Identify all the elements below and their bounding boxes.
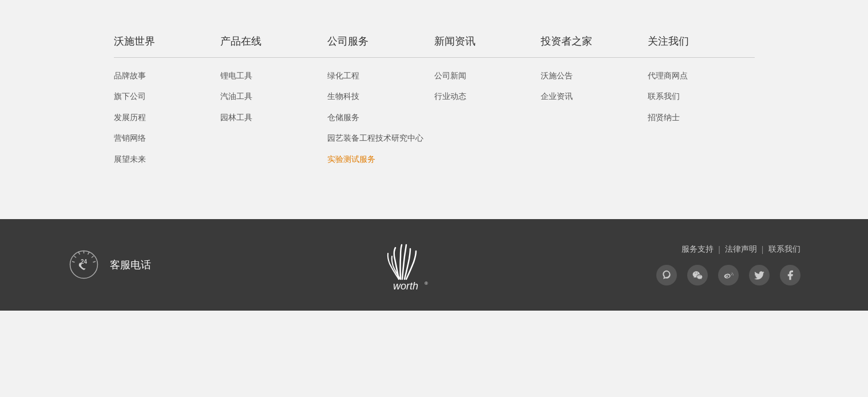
svg-line-2 [88,252,89,255]
list-item: 联系我们 [648,90,755,102]
footer-link[interactable]: 汽油工具 [220,92,252,101]
footer-link[interactable]: 实验测试服务 [327,154,375,164]
footer-link[interactable]: 联系我们 [648,92,680,101]
list-item: 绿化工程 [327,69,434,82]
footer-link[interactable]: 展望未来 [114,154,146,164]
bottom-bar: 24 客服电话 [0,219,868,311]
facebook-icon[interactable] [780,265,800,285]
footer-link[interactable]: 园艺装备工程技术研究中心 [327,133,423,142]
list-item: 生物科技 [327,90,434,102]
footer-col-list-products: 锂电工具汽油工具园林工具 [220,69,327,124]
footer-link[interactable]: 生物科技 [327,92,359,101]
svg-text:worth: worth [393,280,418,292]
list-item: 汽油工具 [220,90,327,102]
footer-link[interactable]: 行业动态 [434,92,466,101]
footer-col-products: 产品在线锂电工具汽油工具园林工具 [220,34,327,173]
list-item: 品牌故事 [114,69,221,82]
bottom-center: worth ® [369,236,438,293]
list-item: 沃施公告 [541,69,648,82]
list-item: 展望未来 [114,153,221,165]
list-item: 仓储服务 [327,111,434,124]
footer-columns: 沃施世界品牌故事旗下公司发展历程营销网络展望未来产品在线锂电工具汽油工具园林工具… [91,34,778,173]
list-item: 公司新闻 [434,69,541,82]
footer-col-news: 新闻资讯公司新闻行业动态 [434,34,541,173]
footer-col-list-world: 品牌故事旗下公司发展历程营销网络展望未来 [114,69,221,165]
list-item: 园林工具 [220,111,327,124]
footer-col-list-investors: 沃施公告企业资讯 [541,69,648,103]
weibo-icon[interactable] [718,265,739,285]
list-item: 园艺装备工程技术研究中心 [327,132,434,144]
footer-link[interactable]: 锂电工具 [220,71,252,80]
list-item: 发展历程 [114,111,221,124]
bottom-links: 服务支持 | 法律声明 | 联系我们 [681,244,800,255]
contact-us-link[interactable]: 联系我们 [768,244,800,255]
footer-link[interactable]: 绿化工程 [327,71,359,80]
list-item: 行业动态 [434,90,541,102]
legal-notice-link[interactable]: 法律声明 [725,244,757,255]
footer-link[interactable]: 企业资讯 [541,92,573,101]
footer-link[interactable]: 发展历程 [114,113,146,122]
separator-2: | [762,245,764,254]
qq-icon[interactable] [656,265,677,285]
twitter-icon[interactable] [749,265,770,285]
list-item: 招贤纳士 [648,111,755,124]
social-icons [656,265,800,285]
list-item: 代理商网点 [648,69,755,82]
footer-col-services: 公司服务绿化工程生物科技仓储服务园艺装备工程技术研究中心实验测试服务 [327,34,434,173]
svg-line-3 [92,256,94,258]
footer-col-world: 沃施世界品牌故事旗下公司发展历程营销网络展望未来 [114,34,221,173]
footer-link[interactable]: 营销网络 [114,133,146,142]
footer-col-list-services: 绿化工程生物科技仓储服务园艺装备工程技术研究中心实验测试服务 [327,69,434,165]
worth-logo: worth ® [369,236,438,293]
svg-text:®: ® [425,281,428,286]
footer-link[interactable]: 旗下公司 [114,92,146,101]
footer-link[interactable]: 沃施公告 [541,71,573,80]
svg-text:24: 24 [80,259,87,265]
customer-service-label: 客服电话 [110,258,151,272]
footer-col-title-products: 产品在线 [220,34,327,58]
footer-link[interactable]: 品牌故事 [114,71,146,80]
svg-line-5 [78,252,80,255]
main-footer: 沃施世界品牌故事旗下公司发展历程营销网络展望未来产品在线锂电工具汽油工具园林工具… [0,0,868,219]
svg-line-6 [74,256,76,258]
footer-link[interactable]: 仓储服务 [327,113,359,122]
list-item: 实验测试服务 [327,153,434,165]
svg-line-7 [72,261,75,263]
separator-1: | [718,245,720,254]
footer-link[interactable]: 公司新闻 [434,71,466,80]
footer-col-investors: 投资者之家沃施公告企业资讯 [541,34,648,173]
list-item: 营销网络 [114,132,221,144]
bottom-right: 服务支持 | 法律声明 | 联系我们 [656,244,800,285]
footer-col-title-world: 沃施世界 [114,34,221,58]
list-item: 企业资讯 [541,90,648,102]
footer-col-follow: 关注我们代理商网点联系我们招贤纳士 [648,34,755,173]
footer-col-title-news: 新闻资讯 [434,34,541,58]
svg-line-4 [93,261,96,263]
service-support-link[interactable]: 服务支持 [681,244,714,255]
phone-icon: 24 [68,249,100,280]
wechat-icon[interactable] [687,265,708,285]
footer-col-title-investors: 投资者之家 [541,34,648,58]
footer-col-title-services: 公司服务 [327,34,434,58]
footer-link[interactable]: 代理商网点 [648,71,688,80]
bottom-inner: 24 客服电话 [34,236,835,293]
bottom-left: 24 客服电话 [68,249,151,280]
list-item: 锂电工具 [220,69,327,82]
footer-col-list-news: 公司新闻行业动态 [434,69,541,103]
footer-link[interactable]: 园林工具 [220,113,252,122]
footer-col-list-follow: 代理商网点联系我们招贤纳士 [648,69,755,124]
list-item: 旗下公司 [114,90,221,102]
footer-link[interactable]: 招贤纳士 [648,113,680,122]
footer-col-title-follow: 关注我们 [648,34,755,58]
